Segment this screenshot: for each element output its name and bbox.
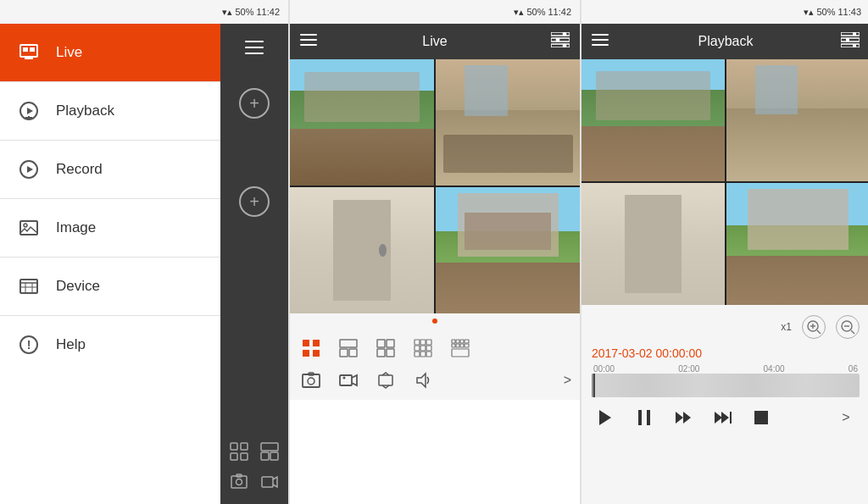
play-btn[interactable] xyxy=(592,404,619,431)
sidebar-label-record: Record xyxy=(56,161,103,178)
hamburger-button[interactable] xyxy=(239,32,270,63)
sidebar-label-help: Help xyxy=(56,336,86,353)
svg-rect-31 xyxy=(300,34,317,36)
grid-split-icon[interactable] xyxy=(258,440,281,463)
sidebar-item-image[interactable]: Image xyxy=(0,199,220,257)
grid-3-layout-btn[interactable] xyxy=(373,335,398,361)
pb-camera-cell-3[interactable] xyxy=(581,183,725,305)
svg-rect-42 xyxy=(303,350,309,357)
screenshot-icon[interactable] xyxy=(227,470,251,494)
playback-icon xyxy=(17,101,41,121)
indicator-dot xyxy=(432,318,437,324)
status-text-playback: ▾▴ 50% 11:43 xyxy=(804,7,861,18)
zoom-out-btn[interactable] xyxy=(836,315,860,339)
grid-6-layout-btn[interactable] xyxy=(410,335,436,361)
plus-icon-2: + xyxy=(249,192,259,212)
add-channel-button-1[interactable]: + xyxy=(239,88,270,119)
sidebar-item-help[interactable]: ! Help xyxy=(0,316,220,374)
svg-marker-97 xyxy=(715,412,722,424)
sidebar-item-live[interactable]: Live xyxy=(0,24,220,81)
playback-menu-icon[interactable] xyxy=(592,31,609,53)
live-header: Live xyxy=(290,24,580,59)
svg-rect-52 xyxy=(420,340,426,345)
pb-camera-cell-4[interactable] xyxy=(726,183,868,305)
svg-rect-1 xyxy=(23,47,28,52)
playback-btns-row: > xyxy=(592,404,860,431)
svg-rect-94 xyxy=(647,410,650,425)
svg-rect-64 xyxy=(452,344,455,347)
live-menu-icon[interactable] xyxy=(300,31,317,53)
svg-marker-96 xyxy=(683,412,691,424)
svg-rect-56 xyxy=(426,346,431,351)
live-toolbar-more-btn[interactable]: > xyxy=(564,373,571,388)
add-channel-button-2[interactable]: + xyxy=(239,186,270,217)
svg-rect-78 xyxy=(592,44,609,46)
svg-rect-37 xyxy=(563,32,566,36)
menu-overlay-panel: + + xyxy=(220,24,288,504)
svg-text:!: ! xyxy=(27,338,31,352)
record-video-btn[interactable] xyxy=(336,368,361,393)
svg-rect-66 xyxy=(460,344,464,347)
pause-btn[interactable] xyxy=(631,404,658,431)
panel-live: ▾▴ 50% 11:42 Live xyxy=(290,0,580,504)
sidebar-item-record[interactable]: Record xyxy=(0,141,220,198)
more-arrow: > xyxy=(564,373,571,387)
svg-point-28 xyxy=(236,479,242,485)
svg-rect-38 xyxy=(556,38,559,42)
status-bar-playback: ▾▴ 50% 11:43 xyxy=(581,0,868,24)
image-icon xyxy=(17,218,41,238)
svg-rect-81 xyxy=(841,44,860,47)
svg-rect-59 xyxy=(426,352,431,357)
header-row: Live xyxy=(300,31,570,53)
zoom-in-btn[interactable] xyxy=(802,315,826,339)
stop-btn[interactable] xyxy=(748,404,775,431)
svg-rect-41 xyxy=(313,340,320,346)
video-record-icon[interactable] xyxy=(258,470,281,494)
timeline-bar[interactable] xyxy=(592,374,860,397)
svg-rect-27 xyxy=(231,476,247,488)
ptz-btn[interactable] xyxy=(373,368,398,393)
svg-rect-36 xyxy=(551,44,570,47)
pb-camera-cell-1[interactable] xyxy=(581,59,725,181)
svg-line-91 xyxy=(851,330,854,334)
svg-rect-82 xyxy=(853,32,856,36)
svg-point-70 xyxy=(308,378,314,385)
record-icon xyxy=(17,159,41,180)
svg-rect-39 xyxy=(563,44,566,47)
menu-body: Live Playback xyxy=(0,24,288,504)
camera-cell-4[interactable] xyxy=(436,187,580,313)
camera-cell-1[interactable] xyxy=(290,59,434,186)
svg-rect-100 xyxy=(754,411,768,424)
svg-rect-58 xyxy=(420,352,426,357)
svg-rect-34 xyxy=(551,32,570,36)
panel-menu: ▾▴ 50% 11:42 Live xyxy=(0,0,288,504)
svg-marker-92 xyxy=(599,410,611,425)
live-title: Live xyxy=(422,34,447,49)
timeline-label-2: 04:00 xyxy=(764,364,785,374)
grid-4-layout-btn[interactable] xyxy=(298,335,324,361)
fast-forward-btn[interactable] xyxy=(670,404,697,431)
sidebar-item-device[interactable]: Device xyxy=(0,258,220,315)
svg-rect-93 xyxy=(638,410,642,425)
step-forward-btn[interactable] xyxy=(709,404,736,431)
speed-label: x1 xyxy=(781,321,792,333)
grid-2-layout-btn[interactable] xyxy=(336,335,361,361)
playback-settings-icon[interactable] xyxy=(841,32,860,52)
grid-4-icon[interactable] xyxy=(227,440,251,463)
svg-rect-99 xyxy=(730,412,732,424)
sidebar-item-playback[interactable]: Playback xyxy=(0,82,220,140)
svg-rect-63 xyxy=(465,340,469,343)
svg-rect-26 xyxy=(270,452,278,460)
snapshot-btn[interactable] xyxy=(298,368,324,393)
timeline-container[interactable]: 00:00 02:00 04:00 06 xyxy=(592,364,860,397)
live-settings-icon[interactable] xyxy=(551,32,570,52)
status-text-menu: ▾▴ 50% 11:42 xyxy=(222,7,280,18)
svg-rect-65 xyxy=(456,344,459,347)
camera-cell-2[interactable] xyxy=(436,59,580,186)
grid-9-layout-btn[interactable] xyxy=(448,335,473,361)
camera-cell-3[interactable] xyxy=(290,187,434,313)
audio-btn[interactable] xyxy=(410,368,436,393)
pb-camera-cell-2[interactable] xyxy=(726,59,868,181)
svg-rect-54 xyxy=(415,346,420,351)
playback-more-btn[interactable]: > xyxy=(832,404,860,431)
